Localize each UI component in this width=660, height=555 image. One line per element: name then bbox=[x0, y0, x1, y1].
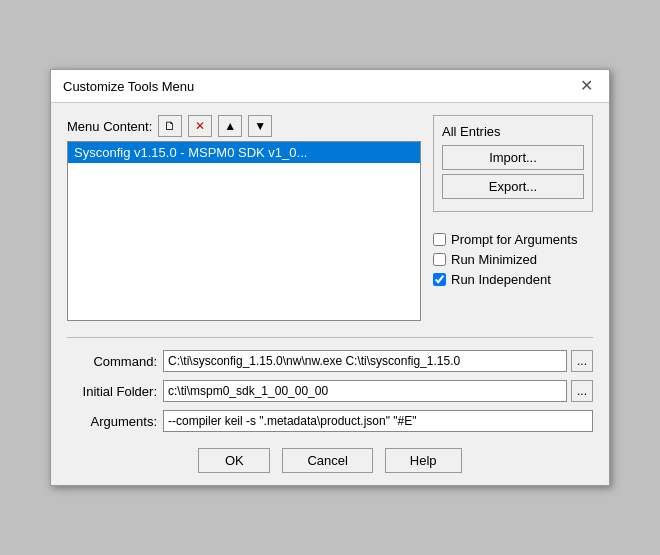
run-minimized-label: Run Minimized bbox=[451, 252, 537, 267]
initial-folder-browse-button[interactable]: ... bbox=[571, 380, 593, 402]
run-independent-label: Run Independent bbox=[451, 272, 551, 287]
bottom-fields: Command: ... Initial Folder: ... Argumen… bbox=[67, 337, 593, 432]
move-down-button[interactable]: ▼ bbox=[248, 115, 272, 137]
delete-item-button[interactable]: ✕ bbox=[188, 115, 212, 137]
arguments-label: Arguments: bbox=[67, 414, 157, 429]
prompt-arguments-checkbox[interactable] bbox=[433, 233, 446, 246]
all-entries-label: All Entries bbox=[442, 124, 584, 139]
top-section: Menu Content: 🗋 ✕ ▲ ▼ ➔ Sysconfig v1.15.… bbox=[67, 115, 593, 321]
run-independent-row: Run Independent bbox=[433, 272, 593, 287]
new-item-button[interactable]: 🗋 bbox=[158, 115, 182, 137]
menu-content-panel: Menu Content: 🗋 ✕ ▲ ▼ ➔ Sysconfig v1.15.… bbox=[67, 115, 421, 321]
prompt-arguments-row: Prompt for Arguments bbox=[433, 232, 593, 247]
initial-folder-input[interactable] bbox=[163, 380, 567, 402]
dialog-body: Menu Content: 🗋 ✕ ▲ ▼ ➔ Sysconfig v1.15.… bbox=[51, 103, 609, 485]
title-bar: Customize Tools Menu ✕ bbox=[51, 70, 609, 103]
customize-tools-dialog: Customize Tools Menu ✕ Menu Content: 🗋 ✕… bbox=[50, 69, 610, 486]
arguments-input-wrap bbox=[163, 410, 593, 432]
right-panel: All Entries Import... Export... Prompt f… bbox=[433, 115, 593, 321]
command-label: Command: bbox=[67, 354, 157, 369]
ok-button[interactable]: OK bbox=[198, 448, 270, 473]
cancel-button[interactable]: Cancel bbox=[282, 448, 372, 473]
run-minimized-checkbox[interactable] bbox=[433, 253, 446, 266]
menu-content-label: Menu Content: bbox=[67, 119, 152, 134]
menu-list[interactable]: ➔ Sysconfig v1.15.0 - MSPM0 SDK v1_0... bbox=[67, 141, 421, 321]
run-independent-checkbox[interactable] bbox=[433, 273, 446, 286]
close-button[interactable]: ✕ bbox=[576, 78, 597, 94]
command-browse-button[interactable]: ... bbox=[571, 350, 593, 372]
panel-header: Menu Content: 🗋 ✕ ▲ ▼ bbox=[67, 115, 421, 137]
run-minimized-row: Run Minimized bbox=[433, 252, 593, 267]
checkboxes-section: Prompt for Arguments Run Minimized Run I… bbox=[433, 232, 593, 292]
initial-folder-row: Initial Folder: ... bbox=[67, 380, 593, 402]
button-row: OK Cancel Help bbox=[67, 440, 593, 473]
arguments-input[interactable] bbox=[163, 410, 593, 432]
arguments-row: Arguments: bbox=[67, 410, 593, 432]
initial-folder-input-wrap: ... bbox=[163, 380, 593, 402]
all-entries-box: All Entries Import... Export... bbox=[433, 115, 593, 212]
list-item[interactable]: Sysconfig v1.15.0 - MSPM0 SDK v1_0... bbox=[68, 142, 420, 163]
help-button[interactable]: Help bbox=[385, 448, 462, 473]
dialog-title: Customize Tools Menu bbox=[63, 79, 194, 94]
command-row: Command: ... bbox=[67, 350, 593, 372]
initial-folder-label: Initial Folder: bbox=[67, 384, 157, 399]
import-button[interactable]: Import... bbox=[442, 145, 584, 170]
command-input[interactable] bbox=[163, 350, 567, 372]
move-up-button[interactable]: ▲ bbox=[218, 115, 242, 137]
export-button[interactable]: Export... bbox=[442, 174, 584, 199]
command-input-wrap: ... bbox=[163, 350, 593, 372]
prompt-arguments-label: Prompt for Arguments bbox=[451, 232, 577, 247]
